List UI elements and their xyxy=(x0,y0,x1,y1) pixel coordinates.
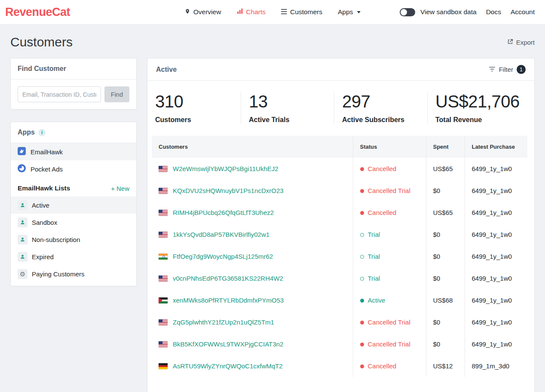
col-header-customers: Customers xyxy=(152,136,353,158)
filter-count-badge: 1 xyxy=(517,65,526,74)
sidebar-item-pocketads[interactable]: Pocket Ads xyxy=(11,160,136,178)
customer-link[interactable]: FtfOeg7dg9WoycNgp4SLj125mr62 xyxy=(173,253,273,260)
active-card-header: Active Filter 1 xyxy=(147,58,534,81)
export-button[interactable]: Export xyxy=(507,39,535,46)
stat-label: Active Trials xyxy=(249,116,334,124)
nav-apps-dropdown[interactable]: Apps xyxy=(338,8,360,16)
customer-link[interactable]: 1kkYsQvdD8aP57BKVBirlfiy02w1 xyxy=(173,231,269,238)
page-title: Customers xyxy=(10,35,73,49)
country-flag-icon xyxy=(159,363,168,369)
stat-label: Active Subscribers xyxy=(342,116,427,124)
stat-value: 310 xyxy=(155,92,241,111)
sidebar-item-active[interactable]: Active xyxy=(11,196,136,214)
status-label: Cancelled xyxy=(368,165,397,172)
table-row: W2eWmswIjlYbWJQPsBgi11UkhEJ2 Cancelled U… xyxy=(152,158,527,180)
sandbox-toggle-group: View sandbox data xyxy=(400,8,477,16)
find-customer-card: Find Customer Find xyxy=(10,58,137,110)
table-row: RIMH4jBPUcbq26QfqGtLfT3Uhez2 Cancelled U… xyxy=(152,202,527,224)
customer-link[interactable]: W2eWmswIjlYbWJQPsBgi11UkhEJ2 xyxy=(173,165,279,172)
sidebar-item-sandbox[interactable]: Sandbox xyxy=(11,214,136,231)
pocketads-app-icon xyxy=(18,164,26,174)
sidebar-item-label: Active xyxy=(32,202,49,209)
spent-cell: $0 xyxy=(426,180,465,202)
sandbox-toggle[interactable] xyxy=(400,8,415,16)
table-header-row: Customers Status Spent Latest Purchase xyxy=(152,136,527,158)
nav-account[interactable]: Account xyxy=(511,8,535,16)
table-row: ZqG5plwhthY21fZUp2n1uQlZ5Tm1 Cancelled T… xyxy=(152,311,527,333)
plus-icon: + xyxy=(111,185,115,192)
find-customer-header: Find Customer xyxy=(11,58,136,80)
sidebar-item-label: Paying Customers xyxy=(32,270,85,278)
country-flag-icon xyxy=(159,188,168,194)
revenuecat-logo[interactable]: RevenueCat xyxy=(5,6,70,19)
status-dot-icon xyxy=(360,189,364,193)
status-label: Cancelled xyxy=(368,362,397,370)
latest-purchase-cell: 6499_1y_1w0 xyxy=(465,245,527,267)
sidebar-item-paying-customers[interactable]: ⚙ Paying Customers xyxy=(11,265,136,282)
find-customer-body: Find xyxy=(11,80,136,109)
country-flag-icon xyxy=(159,297,168,303)
status-label: Cancelled xyxy=(368,209,397,216)
list-icon xyxy=(281,8,287,16)
sidebar-item-non-subscription[interactable]: Non-subscription xyxy=(11,231,136,248)
find-button[interactable]: Find xyxy=(104,86,129,102)
person-icon xyxy=(18,235,28,245)
table-row: KQxDVU2sHQWnuybV1Ps1ncDxrO23 Cancelled T… xyxy=(152,180,527,202)
location-pin-icon xyxy=(185,8,190,16)
nav-customers[interactable]: Customers xyxy=(281,8,322,16)
latest-purchase-cell: 6499_1y_1w0 xyxy=(465,180,527,202)
person-icon xyxy=(18,252,28,262)
person-icon xyxy=(18,200,28,210)
latest-purchase-cell: 6499_1y_1w0 xyxy=(465,224,527,245)
person-icon xyxy=(18,217,28,227)
top-navbar: RevenueCat Overview Charts Customers App… xyxy=(0,0,545,24)
customer-link[interactable]: AsRTU59WlyZYnrQWQoC1cxfwMqT2 xyxy=(173,362,283,370)
page-header: Customers Export xyxy=(0,24,545,58)
info-icon[interactable]: i xyxy=(38,129,46,136)
nav-overview[interactable]: Overview xyxy=(185,8,221,16)
bar-chart-icon xyxy=(236,8,243,16)
stat-label: Total Revenue xyxy=(435,116,534,124)
sidebar-item-emailhawk[interactable]: EmailHawk xyxy=(11,143,136,160)
sidebar-item-expired[interactable]: Expired xyxy=(11,248,136,265)
active-list-card: Active Filter 1 310 Customers 13 Active … xyxy=(147,58,535,392)
country-flag-icon xyxy=(159,319,168,325)
latest-purchase-cell: 6499_1y_1w0 xyxy=(465,289,527,311)
customer-link[interactable]: v0cnPNhsEdP6TG36581KS22RH4W2 xyxy=(173,275,283,282)
customer-link[interactable]: BkB5KfXOFWWsL9TWXPjgCCIAT3n2 xyxy=(173,340,283,348)
stat-active-trials: 13 Active Trials xyxy=(241,92,334,124)
table-row: BkB5KfXOFWWsL9TWXPjgCCIAT3n2 Cancelled T… xyxy=(152,333,527,355)
gear-icon: ⚙ xyxy=(18,269,28,279)
customer-link[interactable]: ZqG5plwhthY21fZUp2n1uQlZ5Tm1 xyxy=(173,318,274,326)
find-customer-input[interactable] xyxy=(18,86,101,102)
content: Find Customer Find Apps i EmailHawk xyxy=(0,58,545,392)
table-row: FtfOeg7dg9WoycNgp4SLj125mr62 Trial $0 64… xyxy=(152,245,527,267)
customers-table: Customers Status Spent Latest Purchase W… xyxy=(152,136,527,377)
customer-link[interactable]: RIMH4jBPUcbq26QfqGtLfT3Uhez2 xyxy=(173,209,274,216)
filter-icon xyxy=(489,66,496,74)
emailhawk-app-icon xyxy=(18,147,26,156)
latest-purchase-cell: 6499_1y_1w0 xyxy=(465,311,527,333)
spent-cell: US$65 xyxy=(426,202,465,224)
nav-docs[interactable]: Docs xyxy=(486,8,501,16)
nav-charts[interactable]: Charts xyxy=(236,8,266,16)
active-card-title: Active xyxy=(156,66,177,74)
country-flag-icon xyxy=(159,166,168,172)
status-label: Trial xyxy=(368,253,380,260)
filter-button[interactable]: Filter 1 xyxy=(489,65,526,74)
stat-label: Customers xyxy=(155,116,241,124)
table-row: 1kkYsQvdD8aP57BKVBirlfiy02w1 Trial $0 64… xyxy=(152,224,527,245)
filter-label: Filter xyxy=(499,66,513,73)
customer-link[interactable]: KQxDVU2sHQWnuybV1Ps1ncDxrO23 xyxy=(173,187,284,194)
spent-cell: US$65 xyxy=(426,158,465,180)
new-list-label: New xyxy=(116,185,129,192)
col-header-spent: Spent xyxy=(426,136,465,158)
spent-cell: $0 xyxy=(426,333,465,355)
stat-value: US$21,706 xyxy=(435,92,534,111)
spent-cell: US$68 xyxy=(426,289,465,311)
country-flag-icon xyxy=(159,341,168,347)
sandbox-toggle-label[interactable]: View sandbox data xyxy=(420,8,477,16)
new-list-button[interactable]: + New xyxy=(111,185,129,192)
latest-purchase-cell: 899_1m_3d0 xyxy=(465,355,527,377)
customer-link[interactable]: xenMWks8oPfRTYLRbDdmfxPYmO53 xyxy=(173,297,284,304)
